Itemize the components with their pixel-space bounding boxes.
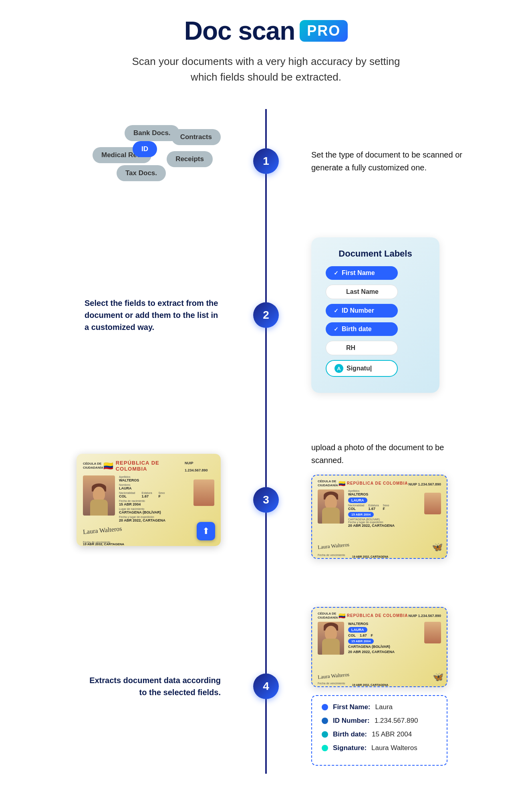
highlighted-name: LAURA: [348, 498, 367, 503]
step-3-description: upload a photo of the document to be sca…: [311, 441, 463, 467]
step-1-circle: 1: [253, 148, 279, 174]
step-2-description: Select the fields to extract from the do…: [85, 297, 221, 333]
label-last-name[interactable]: Last Name: [326, 285, 425, 299]
scanned-flag: 🇨🇴: [339, 480, 345, 487]
label-rh[interactable]: RH: [326, 341, 425, 355]
steps-container: Bank Docs. ID Contracts Medical Rec. Rec…: [46, 109, 486, 774]
scanned-expiry-label: Fecha de vencimiento: [318, 554, 345, 556]
scanned-card-body: Apellidos WALTEROS LAURA Nacionalidad CO…: [318, 489, 441, 529]
id-small-photo: [193, 479, 214, 506]
butterfly-decoration: 🦋: [432, 542, 443, 552]
result-butterfly: 🦋: [433, 672, 443, 682]
scanned-card-header: CÉDULA DECIUDADANÍA 🇨🇴 REPÚBLICA DE COLO…: [318, 479, 441, 487]
signature-pill[interactable]: A Signatu|: [326, 360, 398, 377]
result-id-card: CÉDULA DECIUDADANÍA 🇨🇴 REPÚBLICA DE COLO…: [311, 607, 447, 687]
label-first-name[interactable]: ✓ First Name: [326, 266, 425, 280]
colombia-flag: 🇨🇴: [103, 461, 113, 471]
document-labels-card: Document Labels ✓ First Name Last Name: [311, 237, 439, 393]
extracted-results: First Name: Laura ID Number: 1.234.567.8…: [311, 695, 447, 766]
scanned-expiry-value: 19 ABR 2032, CARTAGENA: [352, 555, 388, 558]
step-1-right: Set the type of document to be scanned o…: [279, 148, 486, 174]
result-photo: [318, 622, 344, 655]
step-1-left: Bank Docs. ID Contracts Medical Rec. Rec…: [46, 125, 253, 197]
upload-button[interactable]: ⬆: [197, 522, 215, 540]
scanned-cedula-label: CÉDULA DECIUDADANÍA: [318, 479, 338, 487]
result-dot-id: [322, 718, 328, 724]
tag-bank-docs[interactable]: Bank Docs.: [125, 125, 179, 141]
result-dot-firstname: [322, 704, 328, 710]
app-title: Doc scan: [184, 16, 295, 46]
id-info: Apellidos WALTEROS Nombres LAURA Naciona…: [119, 475, 189, 524]
result-birth-date: Birth date: 15 ABR 2004: [322, 730, 437, 738]
checkmark-icon: ✓: [334, 307, 339, 314]
step-3-left: CÉDULA DECIUDADANÍA 🇨🇴 REPÚBLICA DE COLO…: [46, 454, 253, 546]
result-signature: Laura Walteros: [317, 671, 349, 681]
doc-tags: Bank Docs. ID Contracts Medical Rec. Rec…: [93, 125, 221, 189]
label-id-number[interactable]: ✓ ID Number: [326, 304, 425, 318]
step-2-left: Select the fields to extract from the do…: [46, 297, 253, 333]
republica-text: REPÚBLICA DE COLOMBIA: [116, 460, 185, 472]
result-dot-dob: [322, 731, 328, 738]
last-name-pill[interactable]: Last Name: [326, 285, 398, 299]
id-card-header: CÉDULA DECIUDADANÍA 🇨🇴 REPÚBLICA DE COLO…: [83, 459, 214, 473]
highlighted-dob: 15 ABR 2004: [348, 512, 374, 517]
tag-receipts[interactable]: Receipts: [167, 151, 213, 167]
id-number-pill[interactable]: ✓ ID Number: [326, 304, 398, 318]
result-dot-sig: [322, 745, 328, 751]
result-card-body: WALTEROS LAURA COL 1.67 F 15 ABR 2004 CA…: [318, 622, 441, 655]
scanned-small-photo: [424, 493, 441, 514]
step-4-description: Extracts document data according to the …: [85, 674, 221, 698]
cedula-label: CÉDULA DECIUDADANÍA: [83, 462, 103, 469]
id-card-upload-container: CÉDULA DECIUDADANÍA 🇨🇴 REPÚBLICA DE COLO…: [77, 454, 221, 546]
nuip-text: NUIP 1.234.567.890: [185, 461, 208, 472]
step-3-circle: 3: [253, 487, 279, 513]
signature-indicator: A: [335, 364, 343, 373]
doc-labels-title: Document Labels: [326, 249, 425, 259]
checkmark-icon: ✓: [334, 270, 339, 276]
id-card-body: Apellidos WALTEROS Nombres LAURA Naciona…: [83, 475, 214, 524]
step-2-right: Document Labels ✓ First Name Last Name: [279, 237, 486, 393]
scanned-republica: REPÚBLICA DE COLOMBIA: [347, 481, 408, 485]
step-2-circle: 2: [253, 302, 279, 328]
rh-pill[interactable]: RH: [326, 341, 398, 355]
birth-date-pill[interactable]: ✓ Birth date: [326, 322, 398, 336]
app-header: Doc scan PRO: [184, 16, 348, 46]
step-4-left: Extracts document data according to the …: [46, 674, 253, 698]
step-4-circle: 4: [253, 673, 279, 699]
checkmark-icon: ✓: [334, 326, 339, 332]
step-3-right: upload a photo of the document to be sca…: [279, 441, 486, 559]
pro-badge: PRO: [300, 20, 348, 42]
result-signature: Signature: Laura Walteros: [322, 744, 437, 752]
scanned-signature: Laura Walteros: [317, 542, 349, 551]
id-signature: Laura Walteros: [83, 525, 122, 536]
tag-tax-docs[interactable]: Tax Docs.: [117, 165, 166, 181]
id-expiry-value: 19 ABR 2032, CARTAGENA: [83, 542, 124, 546]
id-card-scanned: CÉDULA DECIUDADANÍA 🇨🇴 REPÚBLICA DE COLO…: [311, 475, 447, 559]
result-card-header: CÉDULA DECIUDADANÍA 🇨🇴 REPÚBLICA DE COLO…: [318, 612, 441, 619]
step-4-right: CÉDULA DECIUDADANÍA 🇨🇴 REPÚBLICA DE COLO…: [279, 607, 486, 766]
subtitle: Scan your documents with a very high acc…: [126, 54, 406, 85]
id-photo: [83, 475, 115, 516]
scanned-photo: [318, 489, 344, 524]
step-1-description: Set the type of document to be scanned o…: [311, 148, 463, 174]
label-birth-date[interactable]: ✓ Birth date: [326, 322, 425, 336]
tag-id[interactable]: ID: [133, 141, 157, 157]
scanned-info: Apellidos WALTEROS LAURA Nacionalidad CO…: [348, 489, 420, 529]
result-first-name: First Name: Laura: [322, 703, 437, 711]
result-info: WALTEROS LAURA COL 1.67 F 15 ABR 2004 CA…: [348, 622, 420, 655]
result-id-number: ID Number: 1.234.567.890: [322, 717, 437, 725]
scanned-nuip: NUIP 1.234.567.890: [409, 482, 441, 486]
tag-contracts[interactable]: Contracts: [171, 129, 221, 145]
label-signature[interactable]: A Signatu|: [326, 360, 425, 377]
first-name-pill[interactable]: ✓ First Name: [326, 266, 398, 280]
